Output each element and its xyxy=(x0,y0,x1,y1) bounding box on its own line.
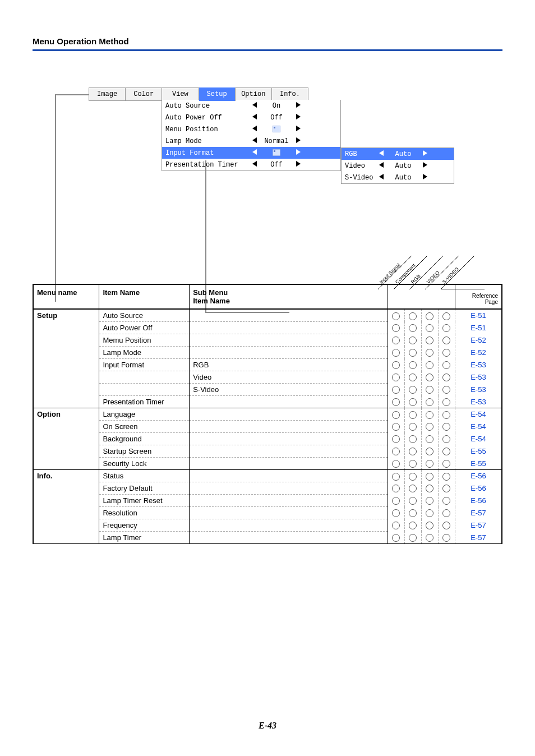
circle-mark-icon xyxy=(426,435,433,443)
submenu-cell: S-Video xyxy=(190,384,388,396)
submenu-cell xyxy=(190,309,388,322)
signal-cell xyxy=(388,421,404,433)
circle-mark-icon xyxy=(392,497,400,505)
signal-cell xyxy=(421,309,438,322)
item-name-cell: Factory Default xyxy=(99,482,190,495)
signal-cell xyxy=(388,519,404,532)
circle-mark-icon xyxy=(442,386,450,394)
circle-mark-icon xyxy=(426,336,433,344)
circle-mark-icon xyxy=(409,509,417,517)
ref-page-cell: E-51 xyxy=(455,322,502,334)
circle-mark-icon xyxy=(392,435,400,443)
signal-cell xyxy=(388,396,404,408)
ref-page-cell: E-53 xyxy=(455,371,502,384)
signal-cell xyxy=(404,421,421,433)
circle-mark-icon xyxy=(392,386,400,394)
triangle-right-icon xyxy=(420,162,430,170)
signal-cell xyxy=(421,359,438,371)
osd-tab: Image xyxy=(89,88,126,100)
signal-cell xyxy=(438,507,455,519)
circle-mark-icon xyxy=(426,497,433,505)
signal-cell xyxy=(438,309,455,322)
ref-page-cell: E-52 xyxy=(455,347,502,359)
osd-row: Lamp ModeNormal xyxy=(162,135,340,147)
ref-page-cell: E-57 xyxy=(455,532,502,544)
item-name-cell: Security Lock xyxy=(99,458,190,470)
circle-mark-icon xyxy=(426,534,433,542)
circle-mark-icon xyxy=(442,448,450,455)
osd-sub-row: VideoAuto xyxy=(342,160,454,172)
osd-tab: View xyxy=(162,88,199,100)
circle-mark-icon xyxy=(409,485,417,492)
svg-line-5 xyxy=(394,256,427,289)
triangle-right-icon xyxy=(293,126,303,133)
signal-cell xyxy=(388,458,404,470)
circle-mark-icon xyxy=(426,448,433,455)
signal-cell xyxy=(421,334,438,347)
submenu-cell xyxy=(190,396,388,408)
triangle-left-icon xyxy=(250,149,260,157)
signal-cell xyxy=(438,334,455,347)
signal-cell xyxy=(404,445,421,458)
signal-cell xyxy=(388,445,404,458)
triangle-right-icon xyxy=(293,149,303,157)
svg-line-8 xyxy=(441,256,474,289)
signal-cell xyxy=(438,445,455,458)
menu-name-cell: Setup xyxy=(33,309,99,322)
osd-row: Presentation TimerOff xyxy=(162,159,340,170)
circle-mark-icon xyxy=(392,473,400,481)
svg-rect-0 xyxy=(273,126,280,132)
triangle-left-icon xyxy=(250,161,260,169)
triangle-right-icon xyxy=(293,161,303,169)
signal-cell xyxy=(438,519,455,532)
circle-mark-icon xyxy=(426,324,433,332)
circle-mark-icon xyxy=(442,411,450,419)
item-name-cell: Background xyxy=(99,433,190,445)
signal-cell xyxy=(388,482,404,495)
submenu-cell xyxy=(190,507,388,519)
circle-mark-icon xyxy=(442,509,450,517)
circle-mark-icon xyxy=(392,349,400,357)
circle-mark-icon xyxy=(442,374,450,381)
signal-cell xyxy=(404,371,421,384)
circle-mark-icon xyxy=(409,336,417,344)
signal-diag-headers: Input SignalComponentRGBVIDEOS-VIDEO xyxy=(378,245,485,289)
signal-cell xyxy=(404,532,421,544)
circle-mark-icon xyxy=(392,374,400,381)
signal-cell xyxy=(421,433,438,445)
circle-mark-icon xyxy=(426,522,433,529)
osd-row: Auto Power OffOff xyxy=(162,112,340,123)
circle-mark-icon xyxy=(442,312,450,320)
signal-cell xyxy=(404,309,421,322)
ref-page-cell: E-53 xyxy=(455,384,502,396)
item-name-cell: Input Format xyxy=(99,359,190,371)
submenu-cell xyxy=(190,433,388,445)
triangle-left-icon xyxy=(250,126,260,133)
circle-mark-icon xyxy=(392,361,400,369)
signal-cell xyxy=(438,359,455,371)
signal-cell xyxy=(421,495,438,507)
signal-cell xyxy=(421,532,438,544)
signal-cell xyxy=(438,371,455,384)
triangle-right-icon xyxy=(293,137,303,145)
menu-name-cell: Option xyxy=(33,408,99,421)
availability-table-wrap: Input SignalComponentRGBVIDEOS-VIDEO Men… xyxy=(33,284,502,544)
circle-mark-icon xyxy=(442,324,450,332)
circle-mark-icon xyxy=(392,522,400,529)
circle-mark-icon xyxy=(442,497,450,505)
triangle-left-icon xyxy=(376,162,386,170)
circle-mark-icon xyxy=(442,522,450,529)
item-name-cell: Auto Power Off xyxy=(99,322,190,334)
circle-mark-icon xyxy=(442,361,450,369)
signal-cell xyxy=(438,470,455,482)
circle-mark-icon xyxy=(442,423,450,431)
submenu-cell xyxy=(190,519,388,532)
ref-page-cell: E-54 xyxy=(455,433,502,445)
circle-mark-icon xyxy=(409,497,417,505)
circle-mark-icon xyxy=(442,349,450,357)
signal-cell xyxy=(421,396,438,408)
signal-cell xyxy=(438,433,455,445)
triangle-left-icon xyxy=(376,174,386,182)
signal-cell xyxy=(388,433,404,445)
item-name-cell xyxy=(99,384,190,396)
